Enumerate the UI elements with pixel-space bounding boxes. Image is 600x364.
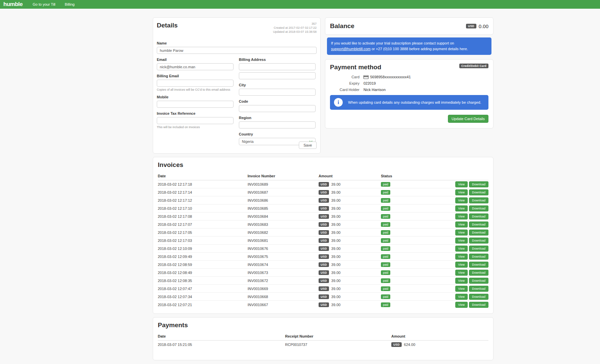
currency-badge: USD	[319, 262, 329, 267]
region-input[interactable]	[239, 121, 316, 128]
invoice-number: INV0010676	[248, 247, 319, 251]
payment-date: 2018-03-07 15:21:05	[158, 343, 285, 347]
download-button[interactable]: Download	[469, 197, 488, 203]
download-button[interactable]: Download	[469, 181, 488, 187]
invoice-date: 2018-03-02 12:17:03	[158, 239, 248, 243]
invoice-amount: 39.00	[331, 222, 341, 226]
details-meta: 357 Created at 2017-02-07 02:17:22 Updat…	[273, 22, 317, 34]
billing-email-field-group: Billing Email Copies of all invoices wil…	[157, 74, 234, 91]
download-button[interactable]: Download	[469, 238, 488, 244]
download-button[interactable]: Download	[469, 213, 488, 219]
view-button[interactable]: View	[455, 286, 468, 292]
download-button[interactable]: Download	[469, 205, 488, 211]
view-button[interactable]: View	[455, 213, 468, 219]
view-button[interactable]: View	[455, 302, 468, 308]
download-button[interactable]: Download	[469, 254, 488, 260]
download-button[interactable]: Download	[469, 286, 488, 292]
view-button[interactable]: View	[455, 238, 468, 244]
view-button[interactable]: View	[455, 254, 468, 260]
expiry-label: Expiry	[330, 81, 359, 85]
details-updated-at: Updated at 2018-03-07 15:38:58	[273, 30, 317, 34]
currency-badge: USD	[319, 246, 329, 251]
nav-link-billing[interactable]: Billing	[65, 2, 74, 6]
view-button[interactable]: View	[455, 197, 468, 203]
view-button[interactable]: View	[455, 278, 468, 284]
details-created-at: Created at 2017-02-07 02:17:22	[273, 26, 317, 30]
region-label: Region	[239, 116, 316, 120]
code-input[interactable]	[239, 105, 316, 112]
payment-row: 2018-03-07 15:21:05 RCP0010737 USD 624.0…	[158, 341, 488, 349]
billing-address-line2-input[interactable]	[239, 72, 316, 79]
view-button[interactable]: View	[455, 181, 468, 187]
paid-status-badge: paid	[381, 214, 390, 219]
invoice-amount: 39.00	[331, 271, 341, 275]
view-button[interactable]: View	[455, 205, 468, 211]
invoice-number: INV0010672	[248, 279, 319, 283]
card-number: 5698958xxxxxxxxxxxx41	[370, 75, 411, 79]
save-button[interactable]: Save	[299, 142, 317, 149]
invoice-amount: 39.00	[331, 279, 341, 283]
email-input[interactable]	[157, 63, 234, 70]
paid-status-badge: paid	[381, 302, 390, 307]
paid-status-badge: paid	[381, 198, 390, 203]
invoice-row: 2018-03-02 12:07:34 INV0010668 USD 39.00…	[158, 293, 488, 301]
invoice-amount: 39.00	[331, 239, 341, 243]
code-label: Code	[239, 99, 316, 103]
view-button[interactable]: View	[455, 270, 468, 276]
nav-link-go-to-till[interactable]: Go to your Till	[32, 2, 55, 6]
download-button[interactable]: Download	[469, 246, 488, 252]
invoice-number: INV0010667	[248, 303, 319, 307]
download-button[interactable]: Download	[469, 221, 488, 227]
mobile-input[interactable]	[157, 101, 234, 108]
credit-card-icon	[363, 75, 369, 79]
invoice-date: 2018-03-02 12:17:07	[158, 222, 248, 226]
update-card-details-button[interactable]: Update Card Details	[448, 115, 488, 123]
payments-table: Date Receipt Number Amount 2018-03-07 15…	[158, 333, 488, 349]
invoice-row: 2018-03-02 12:17:12 INV0010686 USD 39.00…	[158, 196, 488, 204]
info-icon: i	[334, 98, 343, 107]
invoice-amount: 39.00	[331, 263, 341, 267]
view-button[interactable]: View	[455, 262, 468, 268]
invoice-amount: 39.00	[331, 247, 341, 251]
invoice-tax-reference-helper: This will be included on Invoices	[157, 125, 234, 129]
currency-badge: USD	[319, 270, 329, 275]
payment-method-title: Payment method	[330, 64, 381, 71]
download-button[interactable]: Download	[469, 278, 488, 284]
brand-logo[interactable]: humble	[3, 1, 22, 8]
view-button[interactable]: View	[455, 230, 468, 236]
billing-email-label: Billing Email	[157, 74, 234, 78]
view-button[interactable]: View	[455, 189, 468, 195]
invoice-tax-reference-input[interactable]	[157, 117, 234, 124]
city-input[interactable]	[239, 89, 316, 96]
trial-support-alert: If you would like to activate your trial…	[327, 37, 491, 55]
billing-email-input[interactable]	[157, 80, 234, 87]
view-button[interactable]: View	[455, 221, 468, 227]
paid-status-badge: paid	[381, 254, 390, 259]
invoice-date: 2018-03-02 12:08:59	[158, 263, 248, 267]
download-button[interactable]: Download	[469, 262, 488, 268]
view-button[interactable]: View	[455, 294, 468, 300]
download-button[interactable]: Download	[469, 294, 488, 300]
download-button[interactable]: Download	[469, 270, 488, 276]
invoices-header-status: Status	[381, 174, 488, 178]
billing-address-line1-input[interactable]	[239, 63, 316, 70]
invoice-row: 2018-03-02 12:10:09 INV0010676 USD 39.00…	[158, 245, 488, 253]
payment-method-card: Payment method Credit/Debit Card Card 56…	[325, 59, 493, 128]
invoice-number: INV0010685	[248, 206, 319, 210]
mobile-field-group: Mobile	[157, 95, 234, 108]
view-button[interactable]: View	[455, 246, 468, 252]
invoice-row: 2018-03-02 12:08:49 INV0010673 USD 39.00…	[158, 269, 488, 277]
country-label: Country	[239, 132, 316, 136]
download-button[interactable]: Download	[469, 302, 488, 308]
invoice-number: INV0010686	[248, 198, 319, 202]
download-button[interactable]: Download	[469, 230, 488, 236]
details-card: Details 357 Created at 2017-02-07 02:17:…	[153, 17, 321, 154]
invoice-amount: 39.00	[331, 231, 341, 235]
download-button[interactable]: Download	[469, 189, 488, 195]
name-input[interactable]	[157, 47, 317, 54]
trial-alert-text-before: If you would like to activate your trial…	[331, 41, 454, 45]
card-update-warning-alert: i When updating card details any outstan…	[330, 95, 488, 110]
invoice-date: 2018-03-02 12:17:12	[158, 198, 248, 202]
invoice-number: INV0010682	[248, 231, 319, 235]
support-email-link[interactable]: support@humbletill.com	[331, 47, 371, 51]
